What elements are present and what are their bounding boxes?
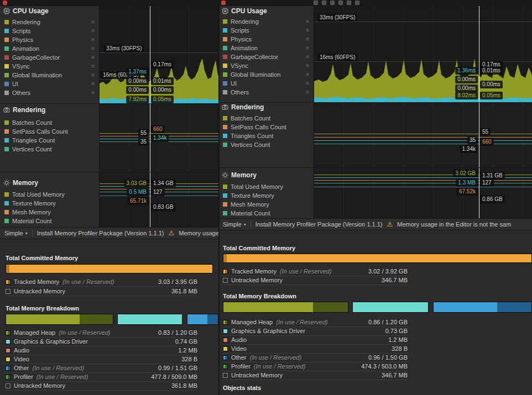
record-icon[interactable] (221, 1, 226, 5)
memory-legend-item[interactable]: Mesh Memory (4, 208, 95, 216)
drag-handle-icon[interactable] (306, 54, 309, 60)
memory-legend-item[interactable]: Total Used Memory (4, 191, 95, 198)
row-value: 328 B (181, 356, 197, 362)
series-swatch (223, 64, 227, 68)
memory-legend-item[interactable]: Total Used Memory (223, 183, 309, 191)
cpu-legend-item[interactable]: VSync (223, 62, 309, 70)
memory-legend-item[interactable]: Mesh Memory (223, 201, 309, 208)
toolbar-mini-icon[interactable] (338, 1, 343, 5)
cpu-legend-item[interactable]: VSync (4, 62, 95, 70)
drag-handle-icon[interactable] (306, 45, 309, 51)
drag-handle-icon[interactable] (91, 81, 95, 87)
view-mode-dropdown[interactable]: Simple (4, 230, 28, 236)
detail-row: Other(In use / Reserved)0.99 / 1.51 GB (6, 364, 197, 373)
memory-legend-item[interactable]: Texture Memory (4, 199, 95, 207)
rendering-legend-item[interactable]: Batches Count (4, 119, 95, 127)
toolbar-mini-icon[interactable] (355, 1, 359, 5)
cpu-legend-item[interactable]: Rendering (4, 18, 95, 26)
frame-playhead[interactable] (479, 168, 479, 218)
rendering-legend-item[interactable]: Triangles Count (4, 136, 95, 144)
drag-handle-icon[interactable] (91, 28, 95, 34)
row-suffix: (In use / Reserved) (62, 278, 114, 285)
frame-playhead[interactable] (479, 6, 479, 102)
cpu-legend-item[interactable]: Others (223, 88, 309, 96)
memory-chart[interactable]: 3.02 GB 1.3 MB 67.52k 1.31 GB 127 0.86 G… (314, 167, 532, 218)
view-mode-dropdown[interactable]: Simple (223, 221, 246, 228)
drag-handle-icon[interactable] (91, 46, 95, 51)
frame-playhead[interactable] (479, 103, 479, 167)
rendering-legend-item[interactable]: Triangles Count (223, 132, 309, 140)
cpu-legend-item[interactable]: Scripts (4, 27, 95, 35)
drag-handle-icon[interactable] (306, 72, 309, 77)
rendering-legend-item[interactable]: Vertices Count (223, 141, 309, 149)
toolbar-mini-icon[interactable] (330, 1, 335, 5)
cpu-legend-item[interactable]: Physics (4, 36, 95, 44)
drag-handle-icon[interactable] (306, 36, 309, 42)
detail-row: Managed Heap(In use / Reserved)0.86 / 1.… (223, 318, 408, 327)
rendering-legend-item[interactable]: SetPass Calls Count (4, 128, 95, 135)
cpu-legend-item[interactable]: UI (223, 80, 309, 87)
drag-handle-icon[interactable] (306, 63, 309, 69)
window-top-strip (0, 0, 532, 6)
rendering-legend-item[interactable]: Batches Count (223, 114, 309, 122)
rendering-chart[interactable]: 35 1.34k 55 660 (314, 102, 532, 167)
cpu-legend-item[interactable]: Global Illumination (223, 71, 309, 78)
cpu-legend-item[interactable]: GarbageCollector (4, 54, 95, 61)
drag-handle-icon[interactable] (91, 64, 95, 69)
rendering-legend-item[interactable]: SetPass Calls Count (223, 123, 309, 131)
cpu-legend-item[interactable]: Physics (223, 35, 309, 43)
toolbar-mini-icon[interactable] (347, 1, 351, 5)
chevron-down-icon (244, 222, 246, 227)
drag-handle-icon[interactable] (91, 37, 95, 43)
series-swatch (4, 82, 9, 86)
rendering-legend-item[interactable]: Vertices Count (4, 145, 95, 153)
drag-handle-icon[interactable] (91, 55, 95, 60)
series-swatch (223, 134, 227, 138)
drag-handle-icon[interactable] (306, 28, 309, 33)
frame-playhead[interactable] (150, 6, 150, 103)
gear-icon (222, 172, 228, 178)
frame-playhead[interactable] (150, 172, 150, 227)
drag-handle-icon[interactable] (306, 89, 309, 95)
row-label: Managed Heap (14, 329, 55, 336)
frame-value: 127 (480, 179, 494, 187)
drag-handle-icon[interactable] (91, 72, 95, 78)
row-suffix: (In use / Reserved) (254, 363, 306, 370)
drag-handle-icon[interactable] (91, 19, 95, 25)
rendering-chart[interactable]: 55 35 660 1.34k (99, 103, 218, 172)
cpu-legend-item[interactable]: GarbageCollector (223, 53, 309, 61)
toolbar-mini-icon[interactable] (322, 1, 326, 5)
frame-playhead[interactable] (150, 104, 150, 172)
drag-handle-icon[interactable] (306, 19, 309, 24)
row-value: 0.73 GB (385, 328, 408, 334)
row-suffix: (In use / Reserved) (59, 329, 111, 336)
install-memory-profiler-button[interactable]: Install Memory Profiler Package (Version… (255, 221, 383, 228)
memory-legend-item[interactable]: Material Count (223, 209, 309, 217)
frame-value: 0.01ms (151, 77, 174, 85)
cpu-legend-item[interactable]: Others (4, 89, 95, 97)
memory-legend-item[interactable]: Material Count (4, 217, 95, 225)
drag-handle-icon[interactable] (91, 90, 95, 96)
cpu-legend-item[interactable]: Animation (4, 45, 95, 52)
cpu-legend-item[interactable]: Scripts (223, 27, 309, 34)
memory-legend-item[interactable]: Texture Memory (223, 192, 309, 199)
cpu-usage-chart[interactable]: 33ms (30FPS) 16ms (60FPS) 1.36ms 0.00ms … (314, 6, 532, 102)
rendering-module-header: Rendering (3, 106, 45, 114)
cpu-legend-item[interactable]: Animation (223, 44, 309, 52)
series-swatch (4, 73, 9, 77)
cpu-legend-item[interactable]: Rendering (223, 18, 309, 25)
record-icon[interactable] (3, 1, 7, 5)
row-label: Tracked Memory (14, 278, 59, 285)
cpu-legend-item[interactable]: UI (4, 80, 95, 88)
cpu-legend-item[interactable]: Global Illumination (4, 71, 95, 79)
cpu-usage-chart[interactable]: 33ms (30FPS) 16ms (60FPS) 1.37ms 0.00ms … (99, 6, 218, 103)
memory-chart[interactable]: 3.03 GB 0.5 MB 65.71k 1.34 GB 127 0.83 G… (99, 172, 218, 227)
rendering-module-title: Rendering (13, 106, 45, 114)
row-label: Untracked Memory (14, 382, 65, 389)
series-swatch (4, 38, 9, 42)
row-label: Tracked Memory (231, 268, 277, 275)
toolbar-mini-icon[interactable] (314, 1, 318, 5)
drag-handle-icon[interactable] (306, 81, 309, 86)
memory-module-title: Memory (231, 171, 257, 179)
install-memory-profiler-button[interactable]: Install Memory Profiler Package (Version… (37, 230, 164, 236)
